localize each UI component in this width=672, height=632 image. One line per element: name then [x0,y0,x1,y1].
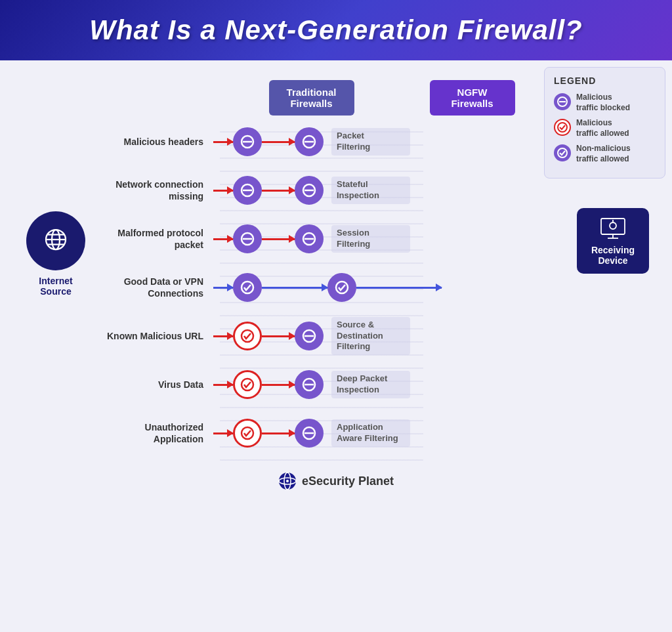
footer: eSecurity Planet [20,462,652,497]
row-label: Good Data or VPN Connections [98,276,213,299]
diagram-row: Good Data or VPN Connections [98,268,567,307]
arrow-to-trad [213,432,233,434]
svg-point-31 [610,222,616,229]
arrow-between [262,238,295,240]
column-headers: TraditionalFirewalls NGFWFirewalls [98,80,567,116]
arrow-to-trad [213,335,233,337]
arrow-to-trad [213,238,233,240]
ngfw-firewall-icon [295,176,324,205]
source-label: Internet Source [39,276,72,297]
content-area: Internet Source TraditionalFirewalls NGF… [0,60,672,510]
brand-name: eSecurity Planet [302,474,394,488]
trad-firewall-icon [233,322,262,350]
legend-text-3: Non-malicioustraffic allowed [576,144,631,164]
right-label: Source & Destination Filtering [331,317,410,356]
diagram-row: Malformed protocol packetSession Filteri… [98,219,567,259]
arrow-to-receiving [356,287,442,289]
internet-source-icon [26,211,85,270]
ngfw-firewall-icon [295,127,324,156]
receiving-device-box: Receiving Device [577,208,649,274]
right-label: Packet Filtering [331,128,410,156]
ngfw-firewall-icon [327,273,356,302]
ngfw-firewall-icon [295,370,324,399]
legend-title: LEGEND [554,75,656,86]
svg-point-40 [286,480,289,482]
legend-text-1: Malicioustraffic blocked [576,93,630,113]
diagram-row: Virus DataDeep Packet Inspection [98,365,567,404]
diagram-row: Unauthorized ApplicationApplication Awar… [98,413,567,453]
legend-item-1: Malicioustraffic blocked [554,93,656,113]
right-label: Deep Packet Inspection [331,371,410,398]
arrow-between [262,335,295,337]
row-label: Virus Data [98,379,213,390]
page-title: What Is a Next-Generation Firewall? [13,14,659,46]
arrow-to-trad [213,190,233,192]
right-label: Session Filtering [331,225,410,253]
arrow-between [262,141,295,143]
ngfw-firewall-icon [295,224,324,253]
ngfw-firewall-icon [295,419,324,448]
arrow-to-trad [213,384,233,386]
ngfw-firewall-icon [295,322,324,350]
header-section: What Is a Next-Generation Firewall? [0,0,672,60]
diagram-row: Malicious headersPacket Filtering [98,122,567,161]
arrow-between [262,190,295,192]
receiving-column: Receiving Device [574,208,652,274]
page: What Is a Next-Generation Firewall? Inte… [0,0,672,632]
trad-firewall-icon [233,127,262,156]
main-layout: Internet Source TraditionalFirewalls NGF… [20,80,652,462]
trad-firewall-icon [233,176,262,205]
receiving-label: Receiving Device [591,245,635,266]
trad-firewall-icon [233,224,262,253]
right-label: Application Aware Filtering [331,419,410,447]
row-label: Unauthorized Application [98,421,213,445]
arrow-to-trad [213,141,233,143]
trad-firewall-icon [233,273,262,302]
rows-area: Malicious headersPacket FilteringNetwork… [98,122,567,453]
right-label: Stateful Inspection [331,177,410,204]
row-label: Network connection missing [98,179,213,202]
arrow-to-trad [213,287,233,289]
row-label: Malicious headers [98,136,213,148]
legend-purple-block-icon [554,93,571,110]
diagram-row: Network connection missingStateful Inspe… [98,171,567,210]
row-label: Known Malicious URL [98,330,213,342]
diagram-row: Known Malicious URLSource & Destination … [98,316,567,356]
ngfw-firewalls-header: NGFWFirewalls [430,80,515,116]
trad-firewall-icon [233,370,262,399]
trad-firewall-icon [233,419,262,448]
legend-text-2: Malicioustraffic allowed [576,118,629,138]
diagram-center: TraditionalFirewalls NGFWFirewalls Malic… [98,80,567,462]
traditional-firewalls-header: TraditionalFirewalls [269,80,354,116]
source-column: Internet Source [20,211,92,297]
legend-item-2: Malicioustraffic allowed [554,118,656,138]
arrow-between [262,384,295,386]
brand-icon [278,472,297,490]
legend-item-3: Non-malicioustraffic allowed [554,144,656,164]
arrow-between [262,432,295,434]
arrow-between [262,287,327,289]
row-label: Malformed protocol packet [98,227,213,251]
